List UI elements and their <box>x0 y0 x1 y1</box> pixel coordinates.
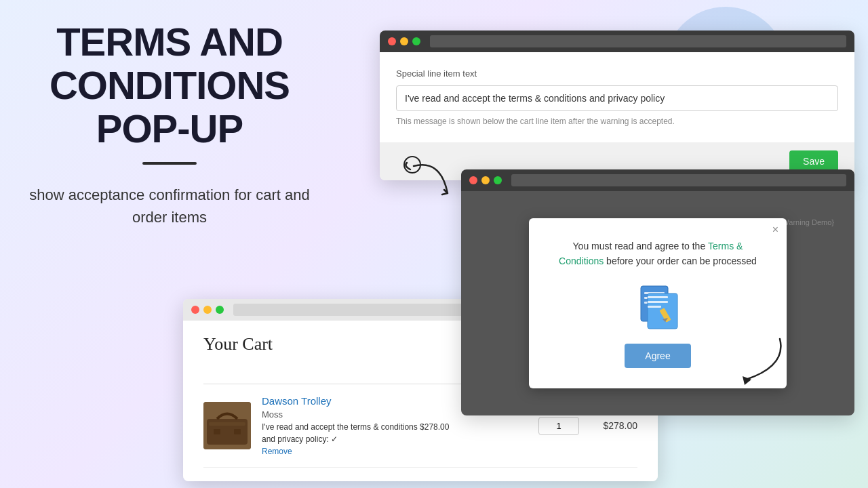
popup-close-button[interactable]: × <box>772 224 778 236</box>
terms-document-icon <box>634 283 682 330</box>
settings-hint: This message is shown below the cart lin… <box>396 117 838 126</box>
settings-content: Special line item text This message is s… <box>380 52 854 142</box>
arrow-modal-to-cart <box>719 319 800 400</box>
settings-input[interactable] <box>396 85 838 111</box>
settings-titlebar <box>380 30 854 52</box>
agree-button[interactable]: Agree <box>625 344 690 368</box>
settings-label: Special line item text <box>396 68 838 79</box>
main-title: TERMS AND CONDITIONS POP-UP <box>50 20 290 150</box>
arrow-settings-to-modal <box>400 152 468 220</box>
titlebar-dot-green[interactable] <box>412 37 420 45</box>
modal-dot-yellow[interactable] <box>481 176 490 184</box>
product-terms-text: I've read and accept the terms & conditi… <box>262 422 528 432</box>
product-image <box>203 402 251 449</box>
cart-dot-green[interactable] <box>216 306 224 314</box>
cart-dot-red[interactable] <box>191 306 199 314</box>
settings-address-bar <box>430 35 846 47</box>
cart-item-price: $278.00 <box>590 420 637 431</box>
svg-rect-7 <box>648 301 668 303</box>
title-line3: POP-UP <box>96 106 243 150</box>
popup-text-before-link: You must read and agree to the <box>573 241 709 251</box>
svg-rect-13 <box>209 422 245 426</box>
modal-dot-green[interactable] <box>494 176 502 184</box>
svg-rect-8 <box>648 306 661 308</box>
title-line1: TERMS AND <box>56 20 283 64</box>
modal-titlebar <box>461 169 854 191</box>
cart-dot-yellow[interactable] <box>203 306 212 314</box>
subtitle: show acceptance confirmation for cart an… <box>27 184 312 228</box>
popup-text-after-link: before your order can be processed <box>604 256 757 266</box>
modal-address-bar <box>511 174 846 186</box>
product-remove-link[interactable]: Remove <box>262 447 528 456</box>
popup-text: You must read and agree to the Terms & C… <box>549 239 766 269</box>
svg-rect-6 <box>648 296 668 298</box>
titlebar-dot-yellow[interactable] <box>400 37 408 45</box>
title-line2: CONDITIONS <box>50 63 290 107</box>
modal-dot-red[interactable] <box>469 176 477 184</box>
product-terms-text2: and privacy policy: ✓ <box>262 434 528 444</box>
svg-rect-14 <box>214 429 220 434</box>
quantity-input[interactable] <box>538 417 579 435</box>
titlebar-dot-red[interactable] <box>388 37 396 45</box>
svg-rect-15 <box>234 429 241 434</box>
title-underline <box>142 162 197 165</box>
